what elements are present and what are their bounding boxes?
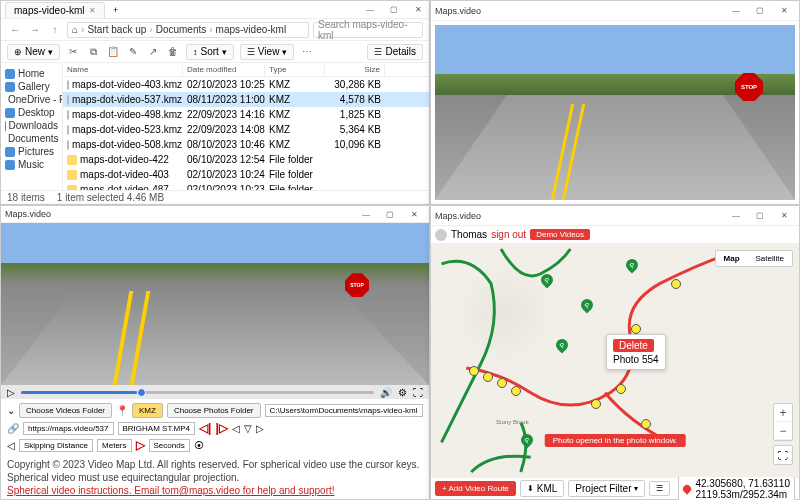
delete-button[interactable]: Delete	[613, 339, 654, 352]
kml-button[interactable]: ⬇ KML	[520, 480, 565, 497]
parking-pin[interactable]	[541, 274, 555, 288]
delete-icon[interactable]: 🗑	[166, 45, 180, 59]
paste-icon[interactable]: 📋	[106, 45, 120, 59]
skip-fwd-button[interactable]: ▷	[256, 423, 264, 434]
table-header[interactable]: Name Date modified Type Size	[63, 63, 429, 77]
photo-pin[interactable]	[671, 279, 681, 289]
view-button[interactable]: ☰ View ▾	[240, 44, 295, 60]
close-button[interactable]: ✕	[407, 3, 429, 17]
map-canvas[interactable]: Delete Photo 554 Stony Brook Map Satelli…	[431, 244, 799, 477]
map-type-map[interactable]: Map	[716, 251, 748, 266]
close-button[interactable]: ✕	[773, 209, 795, 223]
photo-pin[interactable]	[497, 378, 507, 388]
video-viewport[interactable]: STOP	[1, 223, 429, 385]
close-button[interactable]: ✕	[773, 4, 795, 18]
demo-videos-button[interactable]: Demo Videos	[530, 229, 590, 240]
sidebar-item[interactable]: OneDrive - Pers	[3, 93, 60, 106]
details-button[interactable]: ☰ Details	[367, 44, 423, 60]
table-row[interactable]: maps-dot-video-40302/10/2023 10:24File f…	[63, 167, 429, 182]
sidebar-item[interactable]: Gallery	[3, 80, 60, 93]
play-icon[interactable]: ▷	[7, 387, 15, 398]
table-row[interactable]: maps-dot-video-48702/10/2023 10:23File f…	[63, 182, 429, 190]
new-button[interactable]: ⊕ New ▾	[7, 44, 60, 60]
back-button[interactable]: ←	[7, 22, 23, 38]
maximize-button[interactable]: ▢	[749, 4, 771, 18]
sidebar-item[interactable]: Music	[3, 158, 60, 171]
pin-icon[interactable]: 📍	[116, 405, 128, 416]
photo-pin[interactable]	[511, 386, 521, 396]
close-button[interactable]: ✕	[403, 207, 425, 221]
table-row[interactable]: maps-dot-video-42206/10/2023 12:54File f…	[63, 152, 429, 167]
url-input[interactable]: https://maps.video/537	[23, 422, 114, 435]
more-icon[interactable]: ⋯	[300, 45, 314, 59]
chevron-down-icon[interactable]: ⌄	[7, 405, 15, 416]
support-link[interactable]: Spherical video instructions. Email tom@…	[7, 484, 423, 497]
photo-pin[interactable]	[469, 366, 479, 376]
table-row[interactable]: maps-dot-video-537.kmz08/11/2023 11:00KM…	[63, 92, 429, 107]
zoom-in-button[interactable]: +	[774, 404, 792, 422]
signout-link[interactable]: sign out	[491, 229, 526, 240]
parking-pin[interactable]	[581, 299, 595, 313]
sort-button[interactable]: ↕ Sort ▾	[186, 44, 234, 60]
new-tab-button[interactable]: +	[107, 2, 125, 18]
maximize-button[interactable]: ▢	[383, 3, 405, 17]
volume-icon[interactable]: 🔊	[380, 387, 392, 398]
sidebar-item[interactable]: Home	[3, 67, 60, 80]
next-frame-button[interactable]: |▷	[215, 421, 227, 435]
sidebar-item[interactable]: Pictures	[3, 145, 60, 158]
minimize-button[interactable]: —	[725, 4, 747, 18]
minimize-button[interactable]: —	[359, 3, 381, 17]
sidebar-item[interactable]: Documents	[3, 132, 60, 145]
copy-icon[interactable]: ⧉	[86, 45, 100, 59]
search-input[interactable]: Search maps-video-kml	[313, 22, 423, 38]
sidebar-item[interactable]: Downloads	[3, 119, 60, 132]
parking-pin[interactable]	[521, 434, 535, 448]
fullscreen-icon[interactable]: ⛶	[413, 387, 423, 398]
avatar[interactable]	[435, 229, 447, 241]
breadcrumb[interactable]: ⌂ ›Start back up ›Documents ›maps-video-…	[67, 22, 309, 38]
prev-icon[interactable]: ◁	[7, 440, 15, 451]
fullscreen-button[interactable]: ⛶	[773, 445, 793, 465]
record-icon[interactable]: ⦿	[194, 440, 204, 451]
photo-pin[interactable]	[483, 372, 493, 382]
map-type-satellite[interactable]: Satellite	[748, 251, 792, 266]
link-icon[interactable]: 🔗	[7, 423, 19, 434]
table-row[interactable]: maps-dot-video-523.kmz22/09/2023 14:08KM…	[63, 122, 429, 137]
forward-button[interactable]: →	[27, 22, 43, 38]
table-row[interactable]: maps-dot-video-498.kmz22/09/2023 14:16KM…	[63, 107, 429, 122]
explorer-tab[interactable]: maps-video-kml✕	[5, 2, 105, 18]
kmz-button[interactable]: KMZ	[132, 403, 163, 418]
prev-frame-button[interactable]: ◁|	[199, 421, 211, 435]
skip-down-button[interactable]: ▽	[244, 423, 252, 434]
share-icon[interactable]: ↗	[146, 45, 160, 59]
parking-pin[interactable]	[626, 259, 640, 273]
choose-videos-button[interactable]: Choose Videos Folder	[19, 403, 112, 418]
add-route-button[interactable]: + Add Video Route	[435, 481, 516, 496]
minimize-button[interactable]: —	[725, 209, 747, 223]
rename-icon[interactable]: ✎	[126, 45, 140, 59]
maximize-button[interactable]: ▢	[749, 209, 771, 223]
photo-pin[interactable]	[591, 399, 601, 409]
cut-icon[interactable]: ✂	[66, 45, 80, 59]
table-row[interactable]: maps-dot-video-508.kmz08/10/2023 10:46KM…	[63, 137, 429, 152]
sidebar-item[interactable]: Desktop	[3, 106, 60, 119]
parking-pin[interactable]	[556, 339, 570, 353]
meters-select[interactable]: Meters	[97, 439, 131, 452]
choose-photos-button[interactable]: Choose Photos Folder	[167, 403, 261, 418]
settings-icon[interactable]: ⚙	[398, 387, 407, 398]
skip-back-button[interactable]: ◁	[232, 423, 240, 434]
table-row[interactable]: maps-dot-video-403.kmz02/10/2023 10:25KM…	[63, 77, 429, 92]
seconds-input[interactable]: Seconds	[149, 439, 190, 452]
photo-pin[interactable]	[631, 324, 641, 334]
play-button[interactable]: ▷	[136, 438, 145, 452]
photo-pin[interactable]	[616, 384, 626, 394]
up-button[interactable]: ↑	[47, 22, 63, 38]
maximize-button[interactable]: ▢	[379, 207, 401, 221]
project-filter[interactable]: Project Filter ▾	[568, 480, 645, 497]
close-icon[interactable]: ✕	[89, 6, 96, 15]
zoom-out-button[interactable]: −	[774, 422, 792, 440]
layers-button[interactable]: ☰	[649, 481, 670, 496]
photo-pin[interactable]	[641, 419, 651, 429]
minimize-button[interactable]: —	[355, 207, 377, 221]
seek-slider[interactable]	[21, 391, 374, 394]
